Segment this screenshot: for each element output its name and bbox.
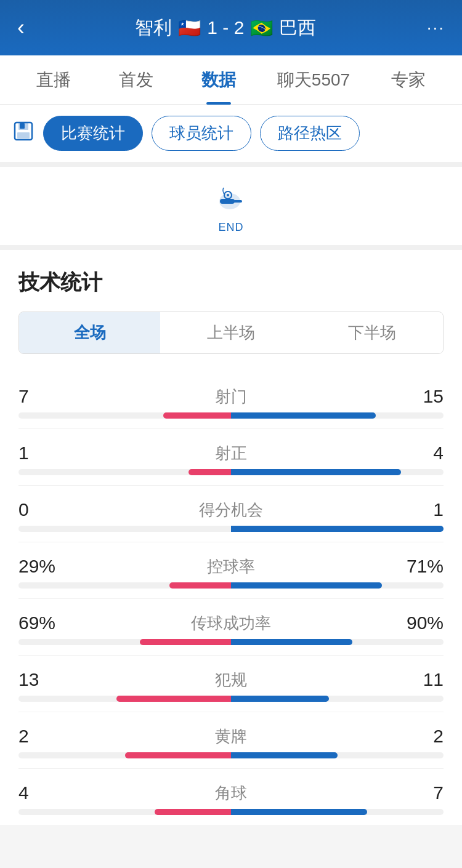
stat-bar-shots_on_target [18, 469, 444, 475]
team-right-label: 巴西 [279, 15, 316, 41]
stat-rows-container: 7 射门 15 1 射正 4 0 得分机会 1 [18, 372, 444, 825]
stat-numbers-possession: 29% 控球率 71% [18, 556, 444, 577]
tab-expert[interactable]: 专家 [367, 55, 450, 105]
stat-bar-right-chances [231, 526, 444, 532]
stat-left-chances: 0 [18, 499, 55, 521]
match-title: 智利 🇨🇱 1 - 2 🇧🇷 巴西 [135, 15, 316, 41]
stat-bar-right-shots [231, 412, 376, 419]
svg-rect-6 [233, 200, 242, 203]
stat-numbers-pass_success: 69% 传球成功率 90% [18, 613, 444, 634]
stat-left-yellow_cards: 2 [18, 726, 55, 747]
stat-bar-possession [18, 582, 444, 589]
team-left-label: 智利 [135, 15, 172, 41]
stat-bar-corners [18, 809, 444, 815]
sub-tab-heatmap[interactable]: 路径热区 [260, 116, 360, 151]
tab-bar: 直播 首发 数据 聊天5507 专家 [0, 55, 462, 105]
stat-numbers-chances: 0 得分机会 1 [18, 499, 444, 521]
stat-bar-left-shots [163, 412, 231, 419]
stat-label-fouls: 犯规 [55, 669, 407, 691]
stat-numbers-fouls: 13 犯规 11 [18, 669, 444, 691]
stat-bar-right-corners [231, 809, 367, 815]
stat-bar-right-yellow_cards [231, 752, 338, 758]
period-tab-first-half[interactable]: 上半场 [160, 312, 301, 353]
stat-bar-right-fouls [231, 696, 329, 702]
stat-row-fouls: 13 犯规 11 [18, 655, 444, 712]
stat-numbers-corners: 4 角球 7 [18, 782, 444, 804]
stat-bar-right-possession [231, 582, 382, 589]
stat-left-shots: 7 [18, 386, 55, 408]
period-tab-full[interactable]: 全场 [19, 312, 160, 353]
period-tabs: 全场 上半场 下半场 [18, 311, 444, 354]
stat-label-corners: 角球 [55, 782, 407, 804]
tab-lineup[interactable]: 首发 [95, 55, 177, 105]
stat-label-shots: 射门 [55, 386, 407, 408]
end-label: END [218, 221, 243, 234]
stats-title: 技术统计 [18, 268, 444, 297]
more-button[interactable]: ··· [427, 18, 445, 38]
stat-label-possession: 控球率 [55, 556, 407, 577]
back-button[interactable]: ‹ [17, 15, 25, 41]
stat-label-chances: 得分机会 [55, 499, 407, 521]
stat-row-yellow_cards: 2 黄牌 2 [18, 712, 444, 768]
stat-bar-left-possession [169, 582, 231, 589]
stat-right-chances: 1 [407, 499, 444, 521]
stat-right-shots_on_target: 4 [407, 443, 444, 464]
stat-left-possession: 29% [18, 556, 55, 577]
stat-bar-fouls [18, 696, 444, 702]
whistle-icon [213, 182, 249, 219]
stat-bar-right-pass_success [231, 639, 352, 645]
stat-bar-right-shots_on_target [231, 469, 401, 475]
stat-numbers-shots_on_target: 1 射正 4 [18, 443, 444, 464]
stat-bar-left-yellow_cards [125, 752, 232, 758]
flag-left: 🇨🇱 [178, 17, 201, 39]
tab-data[interactable]: 数据 [177, 55, 260, 105]
sub-tab-match-stats[interactable]: 比赛统计 [43, 116, 143, 151]
save-icon[interactable] [12, 120, 34, 147]
stat-numbers-yellow_cards: 2 黄牌 2 [18, 726, 444, 747]
stat-bar-yellow_cards [18, 752, 444, 758]
stat-label-yellow_cards: 黄牌 [55, 726, 407, 747]
svg-rect-5 [220, 199, 235, 204]
stat-label-shots_on_target: 射正 [55, 443, 407, 464]
sub-tab-player-stats[interactable]: 球员统计 [152, 116, 251, 151]
stat-bar-left-pass_success [140, 639, 231, 645]
header: ‹ 智利 🇨🇱 1 - 2 🇧🇷 巴西 ··· [0, 0, 462, 55]
svg-rect-3 [20, 123, 25, 129]
period-tab-second-half[interactable]: 下半场 [302, 312, 443, 353]
stat-bar-chances [18, 526, 444, 532]
score-label: 1 - 2 [207, 17, 244, 38]
stat-row-shots_on_target: 1 射正 4 [18, 428, 444, 485]
tab-chat[interactable]: 聊天5507 [260, 55, 367, 105]
stat-row-possession: 29% 控球率 71% [18, 542, 444, 598]
stat-bar-shots [18, 412, 444, 419]
stat-bar-left-corners [155, 809, 231, 815]
stat-bar-pass_success [18, 639, 444, 645]
stat-row-pass_success: 69% 传球成功率 90% [18, 598, 444, 655]
stats-section: 技术统计 全场 上半场 下半场 7 射门 15 1 射正 4 [0, 250, 462, 825]
stat-row-corners: 4 角球 7 [18, 768, 444, 825]
stat-numbers-shots: 7 射门 15 [18, 386, 444, 408]
sub-tab-area: 比赛统计 球员统计 路径热区 [0, 105, 462, 167]
stat-right-fouls: 11 [407, 669, 444, 691]
tab-live[interactable]: 直播 [12, 55, 95, 105]
stat-label-pass_success: 传球成功率 [55, 613, 407, 634]
stat-right-corners: 7 [407, 782, 444, 804]
stat-right-pass_success: 90% [407, 613, 444, 634]
stat-right-yellow_cards: 2 [407, 726, 444, 747]
stat-left-pass_success: 69% [18, 613, 55, 634]
stat-right-possession: 71% [407, 556, 444, 577]
stat-bar-left-fouls [116, 696, 231, 702]
stat-row-chances: 0 得分机会 1 [18, 485, 444, 542]
stat-left-corners: 4 [18, 782, 55, 804]
svg-rect-2 [17, 132, 30, 139]
stat-bar-left-shots_on_target [188, 469, 231, 475]
stat-left-fouls: 13 [18, 669, 55, 691]
stat-row-shots: 7 射门 15 [18, 372, 444, 428]
svg-point-8 [227, 194, 229, 196]
stat-left-shots_on_target: 1 [18, 443, 55, 464]
flag-right: 🇧🇷 [250, 17, 273, 39]
whistle-area: END [0, 167, 462, 250]
stat-right-shots: 15 [407, 386, 444, 408]
